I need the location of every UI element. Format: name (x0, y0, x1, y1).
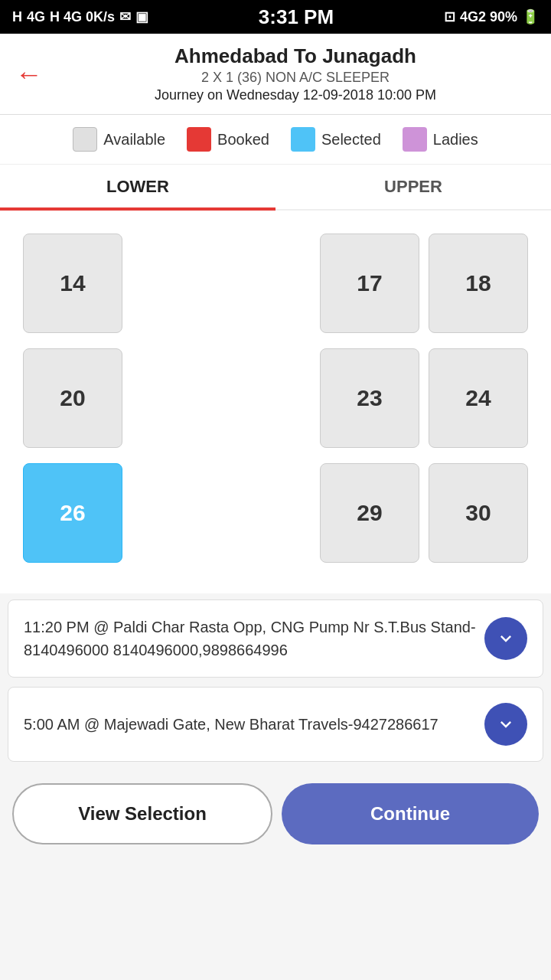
seat-grid: 14 17 18 20 23 24 26 (0, 211, 551, 593)
seat-row-2: 20 23 24 (23, 348, 528, 448)
battery-icon: 🔋 (522, 8, 539, 25)
right-seats-2: 23 24 (320, 348, 528, 448)
continue-button[interactable]: Continue (282, 783, 539, 844)
status-time: 3:31 PM (259, 5, 334, 29)
left-seats-3: 26 (23, 463, 122, 563)
seat-14[interactable]: 14 (23, 234, 122, 333)
left-seats-2: 20 (23, 348, 122, 448)
boarding-point-1: 11:20 PM @ Paldi Char Rasta Opp, CNG Pum… (8, 599, 543, 678)
status-bar: H 4G H 4G 0K/s ✉ ▣ 3:31 PM ⊡ 4G2 90% 🔋 (0, 0, 551, 34)
bus-type: 2 X 1 (36) NON A/C SLEEPER (55, 70, 536, 86)
signal-icon: H (12, 9, 22, 25)
route-title: Ahmedabad To Junagadh (55, 44, 536, 68)
seat-20[interactable]: 20 (23, 348, 122, 448)
seat-26[interactable]: 26 (23, 463, 122, 563)
legend-selected: Selected (291, 127, 381, 152)
speed-text: H 4G 0K/s (50, 9, 115, 25)
network-icon: 4G (27, 9, 45, 25)
deck-tabs: LOWER UPPER (0, 165, 551, 211)
bt-icon: ⊡ (444, 8, 455, 25)
status-right: ⊡ 4G2 90% 🔋 (444, 8, 539, 25)
seat-30[interactable]: 30 (429, 463, 528, 563)
seat-row-3: 26 29 30 (23, 463, 528, 563)
booked-box (187, 127, 211, 152)
right-seats-1: 17 18 (320, 234, 528, 333)
left-seats-1: 14 (23, 234, 122, 333)
boarding-section: 11:20 PM @ Paldi Char Rasta Opp, CNG Pum… (8, 599, 543, 762)
seat-24[interactable]: 24 (429, 348, 528, 448)
ladies-label: Ladies (433, 131, 478, 149)
tab-upper[interactable]: UPPER (276, 165, 551, 209)
available-label: Available (103, 131, 165, 149)
legend-ladies: Ladies (403, 127, 478, 152)
boarding-point-2: 5:00 AM @ Majewadi Gate, New Bharat Trav… (8, 687, 543, 762)
header-info: Ahmedabad To Junagadh 2 X 1 (36) NON A/C… (55, 44, 536, 103)
legend-booked: Booked (187, 127, 269, 152)
boarding-text-2: 5:00 AM @ Majewadi Gate, New Bharat Trav… (24, 713, 484, 736)
bottom-bar: View Selection Continue (0, 771, 551, 857)
selected-label: Selected (321, 131, 381, 149)
available-box (73, 127, 97, 152)
seat-23[interactable]: 23 (320, 348, 419, 448)
tab-lower[interactable]: LOWER (0, 165, 276, 209)
legend-available: Available (73, 127, 165, 152)
chevron-down-icon-1 (495, 628, 517, 649)
right-seats-3: 29 30 (320, 463, 528, 563)
back-button[interactable]: ← (15, 60, 43, 88)
chevron-down-icon-2 (495, 714, 517, 735)
seat-29[interactable]: 29 (320, 463, 419, 563)
seat-17[interactable]: 17 (320, 234, 419, 333)
view-selection-button[interactable]: View Selection (12, 783, 272, 844)
booked-label: Booked (217, 131, 269, 149)
boarding-expand-1[interactable] (484, 617, 527, 660)
header: ← Ahmedabad To Junagadh 2 X 1 (36) NON A… (0, 34, 551, 115)
seat-row-1: 14 17 18 (23, 234, 528, 333)
seat-18[interactable]: 18 (429, 234, 528, 333)
status-left: H 4G H 4G 0K/s ✉ ▣ (12, 8, 148, 25)
boarding-text-1: 11:20 PM @ Paldi Char Rasta Opp, CNG Pum… (24, 616, 484, 662)
boarding-expand-2[interactable] (484, 703, 527, 746)
selected-box (291, 127, 315, 152)
journey-date: Journey on Wednesday 12-09-2018 10:00 PM (55, 87, 536, 103)
screen-icon: ▣ (135, 8, 148, 25)
ladies-box (403, 127, 427, 152)
network-type: 4G2 90% (460, 9, 517, 25)
message-icon: ✉ (119, 8, 131, 25)
seat-legend: Available Booked Selected Ladies (0, 115, 551, 165)
